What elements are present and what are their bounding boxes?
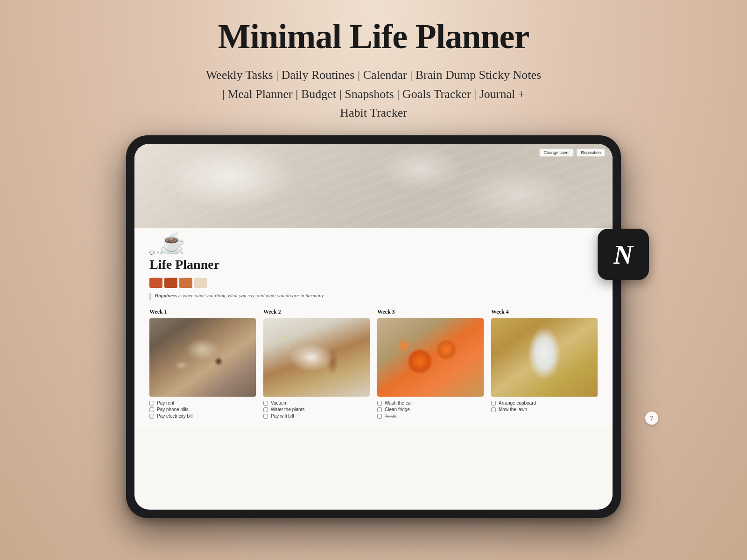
quote-text: Happiness is when what you think, what y…	[155, 293, 324, 298]
main-title: Minimal Life Planner	[0, 18, 747, 56]
page-content: ☕ Add comment Life Planner Happiness	[134, 228, 613, 427]
task-w2-1-text: Vacuum	[271, 400, 288, 406]
checkbox-w1-1[interactable]	[149, 401, 154, 406]
checkbox-w4-2[interactable]	[491, 407, 496, 412]
header-section: Minimal Life Planner Weekly Tasks | Dail…	[0, 0, 747, 122]
week-2-label: Week 2	[263, 308, 370, 315]
notion-letter: N	[613, 239, 633, 270]
checkbox-w2-3[interactable]	[263, 414, 268, 419]
reposition-button[interactable]: Reposition	[577, 148, 605, 157]
task-w1-1: Pay rent	[149, 400, 256, 406]
cover-buttons: Change cover Reposition	[539, 148, 605, 157]
tablet-screen: Change cover Reposition ☕ Add comment Li…	[134, 144, 613, 510]
change-cover-button[interactable]: Change cover	[539, 148, 574, 157]
add-comment[interactable]: Add comment	[149, 250, 598, 255]
task-w3-2-text: Clean fridge	[385, 407, 410, 412]
tablet-wrapper: Change cover Reposition ☕ Add comment Li…	[126, 135, 621, 518]
task-w1-3: Pay electricity bill	[149, 413, 256, 419]
task-w4-2-text: Mow the lawn	[499, 407, 527, 412]
task-w3-2: Clean fridge	[377, 407, 484, 412]
task-w1-1-text: Pay rent	[157, 400, 174, 406]
task-w1-2: Pay phone bills	[149, 407, 256, 412]
week-3-column: Week 3 Wash the car Clean fridge To-do	[377, 308, 484, 420]
coffee-cup-icon: ☕	[160, 231, 185, 255]
weeks-grid: Week 1 Pay rent Pay phone bills Pay elec…	[149, 308, 598, 420]
task-w4-1: Arrange cupboard	[491, 400, 598, 406]
week-2-image[interactable]	[263, 318, 370, 397]
checkbox-w2-1[interactable]	[263, 401, 268, 406]
subtitle-line2: | Meal Planner | Budget | Snapshots | Go…	[222, 87, 525, 101]
week-4-image[interactable]	[491, 318, 598, 397]
subtitle: Weekly Tasks | Daily Routines | Calendar…	[0, 66, 747, 122]
week-3-image[interactable]	[377, 318, 484, 397]
checkbox-w4-1[interactable]	[491, 401, 496, 406]
life-planner-title: Life Planner	[149, 257, 598, 272]
task-w2-2-text: Water the plants	[271, 407, 304, 412]
quote-bar	[149, 293, 151, 300]
checkbox-w3-3[interactable]	[377, 414, 382, 419]
task-w2-1: Vacuum	[263, 400, 370, 406]
task-w1-3-text: Pay electricity bill	[157, 413, 193, 419]
task-w4-2: Mow the lawn	[491, 407, 598, 412]
week-1-image[interactable]	[149, 318, 256, 397]
screen-cover: Change cover Reposition	[134, 144, 613, 228]
checkbox-w1-2[interactable]	[149, 407, 154, 412]
help-button[interactable]: ?	[645, 412, 658, 425]
notion-icon[interactable]: N	[598, 229, 649, 280]
task-w2-2: Water the plants	[263, 407, 370, 412]
quote-rest: is when what you think, what you say, an…	[178, 293, 324, 298]
week-1-column: Week 1 Pay rent Pay phone bills Pay elec…	[149, 308, 256, 420]
color-swatches	[149, 278, 598, 288]
swatch-3[interactable]	[179, 278, 192, 288]
week-1-label: Week 1	[149, 308, 256, 315]
subtitle-line1: Weekly Tasks | Daily Routines | Calendar…	[206, 68, 541, 82]
task-w3-1: Wash the car	[377, 400, 484, 406]
week-4-label: Week 4	[491, 308, 598, 315]
checkbox-w3-1[interactable]	[377, 401, 382, 406]
subtitle-line3: Habit Tracker	[340, 106, 407, 119]
swatch-1[interactable]	[149, 278, 162, 288]
week-3-label: Week 3	[377, 308, 484, 315]
swatch-2[interactable]	[164, 278, 177, 288]
task-w2-3: Pay wifi bill	[263, 413, 370, 419]
task-w3-3: To-do	[377, 413, 484, 419]
quote-block: Happiness is when what you think, what y…	[149, 293, 598, 300]
checkbox-w2-2[interactable]	[263, 407, 268, 412]
quote-bold-word: Happiness	[155, 293, 177, 298]
task-w3-1-text: Wash the car	[385, 400, 412, 406]
checkbox-w3-2[interactable]	[377, 407, 382, 412]
week-4-column: Week 4 Arrange cupboard Mow the lawn	[491, 308, 598, 420]
task-w2-3-text: Pay wifi bill	[271, 413, 294, 419]
week-2-column: Week 2 Vacuum Water the plants Pay wifi …	[263, 308, 370, 420]
task-w3-3-text: To-do	[385, 413, 396, 419]
swatch-4[interactable]	[194, 278, 207, 288]
help-icon: ?	[650, 414, 654, 422]
task-w4-1-text: Arrange cupboard	[499, 400, 536, 406]
checkbox-w1-3[interactable]	[149, 414, 154, 419]
task-w1-2-text: Pay phone bills	[157, 407, 189, 412]
